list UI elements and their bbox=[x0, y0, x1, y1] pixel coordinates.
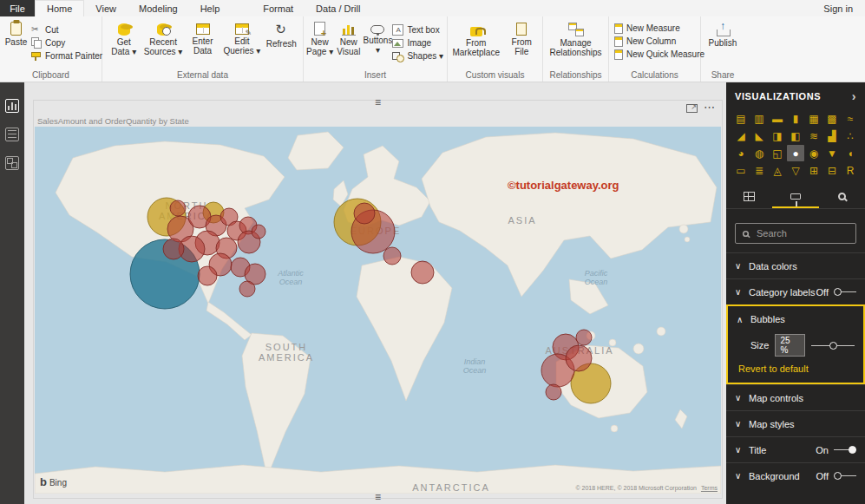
size-value-field[interactable]: 25 % bbox=[775, 334, 805, 357]
data-view-button[interactable] bbox=[0, 121, 24, 147]
collapse-pane-icon[interactable]: › bbox=[852, 92, 856, 101]
copy-button[interactable]: Copy bbox=[30, 36, 100, 49]
card-icon[interactable]: ▭ bbox=[732, 162, 750, 179]
waterfall-chart-icon[interactable]: ▟ bbox=[823, 128, 841, 144]
cut-button[interactable]: Cut bbox=[30, 23, 100, 36]
focus-mode-icon[interactable] bbox=[686, 104, 698, 113]
new-measure-button[interactable]: New Measure bbox=[614, 22, 700, 35]
section-background[interactable]: ∨ Background Off bbox=[726, 462, 865, 488]
kpi-icon[interactable]: ◬ bbox=[769, 162, 786, 179]
tab-analytics[interactable] bbox=[819, 186, 865, 208]
tab-view[interactable]: View bbox=[84, 0, 128, 16]
matrix-icon[interactable]: ⊟ bbox=[823, 162, 841, 179]
more-options-icon[interactable]: ⋯ bbox=[704, 101, 716, 114]
edit-queries-button[interactable]: Edit Queries ▾ bbox=[222, 20, 261, 68]
section-category-labels[interactable]: ∨ Category labels Off bbox=[726, 278, 865, 304]
map-bubble-red[interactable] bbox=[163, 239, 184, 259]
recent-sources-button[interactable]: Recent Sources ▾ bbox=[143, 20, 182, 68]
sign-in-button[interactable]: Sign in bbox=[811, 0, 865, 16]
donut-chart-icon[interactable]: ◍ bbox=[750, 145, 768, 161]
line-and-clustered-column-chart-icon[interactable]: ◧ bbox=[787, 128, 804, 144]
terms-link[interactable]: Terms bbox=[701, 485, 718, 491]
map-icon[interactable]: ● bbox=[787, 145, 804, 161]
r-script-visual-icon[interactable]: R bbox=[842, 162, 859, 179]
tab-format[interactable] bbox=[772, 186, 818, 208]
gauge-icon[interactable]: ◖ bbox=[842, 145, 859, 161]
tab-data-drill[interactable]: Data / Drill bbox=[305, 0, 371, 16]
background-toggle[interactable] bbox=[834, 471, 856, 481]
stacked-bar-chart-icon[interactable]: ▤ bbox=[732, 110, 750, 127]
slider-knob[interactable] bbox=[829, 342, 837, 350]
publish-button[interactable]: Publish bbox=[704, 20, 742, 68]
clustered-bar-chart-icon[interactable]: ▬ bbox=[769, 110, 786, 127]
scatter-chart-icon[interactable]: ∴ bbox=[842, 128, 859, 144]
shapes-button[interactable]: Shapes ▾ bbox=[392, 49, 445, 62]
format-painter-button[interactable]: Format Painter bbox=[30, 49, 100, 62]
manage-relationships-button[interactable]: Manage Relationships bbox=[546, 20, 606, 68]
section-data-colors[interactable]: ∨ Data colors bbox=[726, 252, 865, 278]
visual-drag-handle-top[interactable]: ≡ bbox=[375, 98, 381, 107]
new-page-button[interactable]: New Page ▾ bbox=[305, 20, 334, 68]
line-chart-icon[interactable]: ≈ bbox=[842, 110, 859, 127]
section-map-controls[interactable]: ∨ Map controls bbox=[726, 384, 865, 410]
map-bubble-red[interactable] bbox=[411, 261, 434, 284]
100-stacked-bar-chart-icon[interactable]: ▦ bbox=[805, 110, 822, 127]
image-button[interactable]: Image bbox=[392, 36, 445, 49]
visual-drag-handle-bottom[interactable]: ≡ bbox=[375, 493, 381, 501]
revert-to-default-link[interactable]: Revert to default bbox=[728, 363, 863, 383]
section-bubbles[interactable]: ∧ Bubbles bbox=[728, 306, 863, 332]
new-quick-measure-button[interactable]: New Quick Measure bbox=[614, 48, 700, 61]
table-icon[interactable]: ⊞ bbox=[805, 162, 822, 179]
bing-map[interactable]: NORTHAMERICASOUTHAMERICAEUROPEASIAAUSTRA… bbox=[35, 127, 721, 494]
map-visual-container[interactable]: ≡ ⋯ SalesAmount and OrderQuantity by Sta… bbox=[33, 100, 723, 499]
search-input[interactable] bbox=[755, 227, 849, 239]
model-view-button[interactable] bbox=[0, 150, 24, 176]
area-chart-icon[interactable]: ◢ bbox=[732, 128, 750, 144]
map-bubble-red[interactable] bbox=[383, 247, 401, 265]
from-marketplace-button[interactable]: From Marketplace bbox=[449, 20, 502, 68]
get-data-button[interactable]: Get Data ▾ bbox=[104, 20, 143, 68]
buttons-button[interactable]: Buttons ▾ bbox=[363, 20, 392, 68]
report-view-button[interactable] bbox=[0, 93, 24, 119]
tab-help[interactable]: Help bbox=[189, 0, 232, 16]
category-labels-toggle[interactable] bbox=[834, 287, 856, 298]
refresh-button[interactable]: Refresh bbox=[262, 20, 301, 68]
ribbon-chart-icon[interactable]: ≋ bbox=[805, 128, 822, 144]
map-bubble-red[interactable] bbox=[576, 330, 592, 345]
tab-home[interactable]: Home bbox=[35, 0, 84, 16]
new-column-button[interactable]: New Column bbox=[614, 35, 700, 48]
paste-button[interactable]: Paste bbox=[2, 20, 30, 68]
pie-chart-icon[interactable]: ◕ bbox=[732, 145, 750, 161]
section-title[interactable]: ∨ Title On bbox=[726, 436, 865, 462]
treemap-icon[interactable]: ◱ bbox=[769, 145, 786, 161]
format-search-box[interactable] bbox=[735, 223, 856, 244]
tab-format[interactable]: Format bbox=[252, 0, 305, 16]
funnel-icon[interactable]: ▼ bbox=[823, 145, 841, 161]
stacked-column-chart-icon[interactable]: ▥ bbox=[750, 110, 768, 127]
from-file-button[interactable]: From File bbox=[502, 20, 541, 68]
filled-map-icon[interactable]: ◉ bbox=[805, 145, 822, 161]
section-map-styles[interactable]: ∨ Map styles bbox=[726, 410, 865, 436]
tab-fields[interactable] bbox=[726, 186, 772, 208]
multi-row-card-icon[interactable]: ≣ bbox=[750, 162, 768, 179]
100-stacked-column-chart-icon[interactable]: ▩ bbox=[823, 110, 841, 127]
clustered-column-chart-icon[interactable]: ▮ bbox=[787, 110, 804, 127]
slicer-icon[interactable]: ▽ bbox=[787, 162, 804, 179]
map-bubble-red[interactable] bbox=[354, 203, 375, 224]
report-canvas[interactable]: ≡ ⋯ SalesAmount and OrderQuantity by Sta… bbox=[24, 82, 726, 504]
file-menu-tab[interactable]: File bbox=[0, 0, 35, 16]
map-bubble-red[interactable] bbox=[170, 200, 186, 216]
map-bubble-red[interactable] bbox=[198, 266, 217, 285]
bing-logo[interactable]: b Bing bbox=[40, 475, 67, 488]
title-toggle[interactable] bbox=[834, 445, 856, 455]
map-bubble-red[interactable] bbox=[566, 345, 592, 371]
size-slider[interactable] bbox=[811, 341, 855, 350]
enter-data-button[interactable]: Enter Data bbox=[183, 20, 222, 68]
map-bubble-red[interactable] bbox=[546, 384, 561, 400]
map-bubble-red[interactable] bbox=[252, 225, 265, 239]
tab-modeling[interactable]: Modeling bbox=[128, 0, 189, 16]
line-and-stacked-column-chart-icon[interactable]: ◨ bbox=[769, 128, 786, 144]
stacked-area-chart-icon[interactable]: ◣ bbox=[750, 128, 768, 144]
text-box-button[interactable]: Text box bbox=[392, 23, 445, 36]
map-bubble-red[interactable] bbox=[239, 281, 255, 297]
